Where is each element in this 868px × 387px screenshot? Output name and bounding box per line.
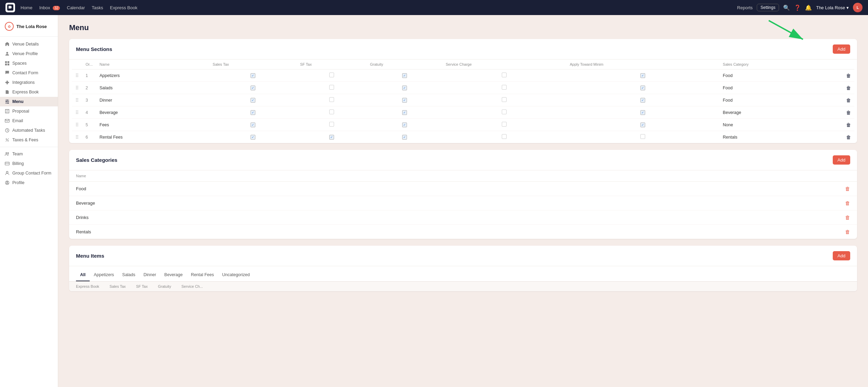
sales-tax-checkbox[interactable] [251, 98, 255, 103]
menu-tab-all[interactable]: All [76, 270, 90, 281]
sales-tax-checkbox[interactable] [251, 122, 255, 127]
avatar[interactable]: L [853, 3, 863, 12]
service-charge-checkbox[interactable] [502, 85, 507, 90]
sidebar-item-group-contact-form[interactable]: Group Contact Form [0, 168, 58, 178]
menu-sections-add-button[interactable]: Add [833, 44, 850, 54]
nav-calendar[interactable]: Calendar [67, 5, 85, 10]
delete-row-button[interactable]: 🗑 [846, 134, 851, 140]
sidebar-item-spaces[interactable]: Spaces [0, 59, 58, 68]
notifications-button[interactable]: 🔔 [805, 4, 812, 11]
sidebar-item-integrations[interactable]: Integrations [0, 78, 58, 87]
sub-header-label: Express Book [76, 284, 99, 288]
drag-handle[interactable]: ⠿ [75, 134, 79, 140]
sidebar-item-automated-tasks[interactable]: Automated Tasks [0, 126, 58, 135]
sf-tax-checkbox[interactable] [329, 135, 334, 140]
menu-tab-appetizers[interactable]: Appetizers [90, 270, 118, 281]
gratuity-checkbox[interactable] [402, 73, 407, 78]
table-row: ⠿ 3 Dinner Food 🗑 [72, 94, 854, 106]
delete-category-button[interactable]: 🗑 [845, 200, 850, 206]
delete-row-button[interactable]: 🗑 [846, 122, 851, 128]
sf-tax-checkbox[interactable] [329, 73, 334, 77]
col-name: Name [96, 60, 209, 69]
delete-row-button[interactable]: 🗑 [846, 110, 851, 115]
gratuity-checkbox[interactable] [402, 110, 407, 115]
sidebar-item-team[interactable]: Team [0, 149, 58, 159]
drag-handle[interactable]: ⠿ [75, 122, 79, 128]
drag-handle[interactable]: ⠿ [75, 98, 79, 103]
sales-categories-add-button[interactable]: Add [833, 155, 850, 165]
help-button[interactable]: ❓ [794, 4, 801, 11]
apply-min-checkbox[interactable] [640, 110, 645, 115]
service-charge-checkbox[interactable] [502, 122, 507, 127]
nav-reports[interactable]: Reports [737, 5, 753, 10]
sidebar-item-express-book[interactable]: Express Book [0, 87, 58, 97]
sf-tax-checkbox[interactable] [329, 97, 334, 102]
delete-category-button[interactable]: 🗑 [845, 186, 850, 192]
settings-button[interactable]: Settings [757, 4, 779, 11]
gratuity-checkbox[interactable] [402, 122, 407, 127]
nav-express-book[interactable]: Express Book [110, 5, 137, 10]
menu-tab-salads[interactable]: Salads [118, 270, 139, 281]
service-charge-checkbox[interactable] [502, 73, 507, 77]
nav-tasks[interactable]: Tasks [92, 5, 103, 10]
delete-category-button[interactable]: 🗑 [845, 215, 850, 220]
apply-min-checkbox[interactable] [640, 73, 645, 78]
drag-handle[interactable]: ⠿ [75, 85, 79, 91]
delete-row-button[interactable]: 🗑 [846, 73, 851, 78]
gratuity-checkbox[interactable] [402, 86, 407, 90]
col-gratuity: Gratuity [367, 60, 442, 69]
menu-tab-dinner[interactable]: Dinner [139, 270, 160, 281]
top-nav-right: Reports Settings 🔍 ❓ 🔔 The Lola Rose ▾ L [737, 3, 863, 12]
nav-home[interactable]: Home [21, 5, 33, 10]
menu-tab-uncategorized[interactable]: Uncategorized [218, 270, 254, 281]
apply-min-checkbox[interactable] [640, 98, 645, 103]
main-layout: ✿ The Lola Rose Venue Details Venue Prof… [0, 15, 868, 387]
nav-links: Home Inbox 32 Calendar Tasks Express Boo… [21, 5, 737, 10]
sales-category-row: Drinks 🗑 [69, 210, 857, 225]
sales-tax-checkbox[interactable] [251, 110, 255, 115]
sf-tax-checkbox[interactable] [329, 122, 334, 127]
svg-rect-5 [8, 64, 9, 65]
service-charge-checkbox[interactable] [502, 97, 507, 102]
search-button[interactable]: 🔍 [783, 4, 790, 11]
delete-row-button[interactable]: 🗑 [846, 85, 851, 91]
sales-tax-checkbox[interactable] [251, 86, 255, 90]
sidebar-item-email[interactable]: Email [0, 116, 58, 126]
apply-min-checkbox[interactable] [640, 86, 645, 90]
apply-min-checkbox[interactable] [640, 134, 645, 139]
sales-tax-checkbox[interactable] [251, 73, 255, 78]
sales-tax-checkbox[interactable] [251, 135, 255, 140]
sales-categories-card: Sales Categories Add Name Food 🗑 Beverag… [69, 150, 857, 239]
delete-category-button[interactable]: 🗑 [845, 229, 850, 235]
sidebar-item-profile[interactable]: Profile [0, 178, 58, 188]
venue-name[interactable]: The Lola Rose ▾ [816, 5, 849, 10]
sidebar-item-proposal[interactable]: Proposal [0, 106, 58, 116]
drag-handle[interactable]: ⠿ [75, 73, 79, 78]
svg-point-6 [7, 100, 8, 101]
sf-tax-checkbox[interactable] [329, 85, 334, 90]
sidebar-item-billing[interactable]: Billing [0, 159, 58, 168]
menu-items-tabs: AllAppetizersSaladsDinnerBeverageRental … [69, 266, 857, 282]
sf-tax-checkbox[interactable] [329, 109, 334, 114]
logo[interactable] [5, 3, 15, 12]
brand-icon: ✿ [5, 22, 14, 31]
svg-rect-9 [5, 119, 9, 122]
drag-handle[interactable]: ⠿ [75, 110, 79, 115]
sidebar-item-venue-details[interactable]: Venue Details [0, 39, 58, 49]
delete-row-button[interactable]: 🗑 [846, 98, 851, 103]
menu-tab-rental-fees[interactable]: Rental Fees [187, 270, 218, 281]
menu-items-sub-headers: Express BookSales TaxSF TaxGratuityServi… [69, 282, 857, 291]
nav-inbox[interactable]: Inbox 32 [39, 5, 60, 10]
menu-items-add-button[interactable]: Add [833, 251, 850, 260]
gratuity-checkbox[interactable] [402, 98, 407, 103]
sidebar-item-taxes-fees[interactable]: Taxes & Fees [0, 135, 58, 145]
apply-min-checkbox[interactable] [640, 122, 645, 127]
service-charge-checkbox[interactable] [502, 134, 507, 139]
sidebar-item-menu[interactable]: Menu [0, 97, 58, 106]
menu-tab-beverage[interactable]: Beverage [160, 270, 187, 281]
sidebar-item-contact-form[interactable]: Contact Form [0, 68, 58, 78]
service-charge-checkbox[interactable] [502, 109, 507, 114]
gratuity-checkbox[interactable] [402, 135, 407, 140]
sidebar-item-venue-profile[interactable]: Venue Profile [0, 49, 58, 59]
menu-items-header: Menu Items Add [69, 246, 857, 266]
